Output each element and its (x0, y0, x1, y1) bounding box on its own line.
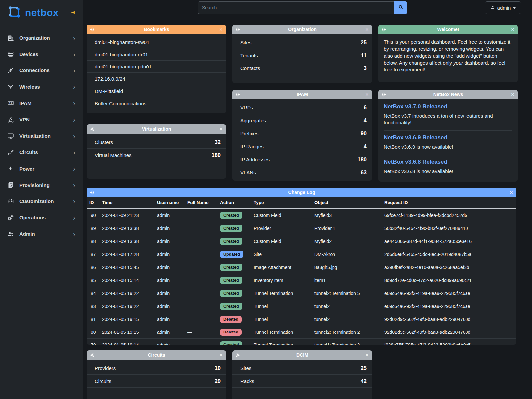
change-object[interactable]: 8a3gh5.jpg (312, 261, 382, 274)
sidebar-item[interactable]: Organization › (0, 30, 83, 46)
change-time[interactable]: 2024-01-08 17:28 (99, 248, 154, 261)
gear-icon[interactable] (90, 353, 95, 357)
gear-icon[interactable] (90, 127, 95, 131)
change-id[interactable]: 80 (87, 326, 99, 339)
change-object[interactable]: tunnel2 (312, 300, 382, 313)
stat-value[interactable]: 90 (361, 130, 367, 137)
change-object[interactable]: tunnel2: Termination 2 (312, 326, 382, 339)
close-icon[interactable]: × (363, 92, 369, 97)
stat-label[interactable]: VLANs (240, 170, 256, 175)
change-id[interactable]: 84 (87, 287, 99, 300)
stat-value[interactable]: 6 (364, 104, 367, 111)
gear-icon[interactable] (90, 190, 95, 195)
change-id[interactable]: 83 (87, 300, 99, 313)
sidebar-item[interactable]: Virtualization › (0, 128, 83, 144)
gear-icon[interactable] (382, 92, 387, 97)
change-id[interactable]: 79 (87, 339, 99, 345)
gear-icon[interactable] (236, 353, 241, 357)
change-object[interactable]: Myfield2 (312, 235, 382, 248)
change-id[interactable]: 85 (87, 274, 99, 287)
close-icon[interactable]: × (363, 27, 369, 32)
netbox-brand[interactable]: netbox (0, 0, 83, 23)
change-request-id[interactable]: 69fce7cf-1139-4d99-bfea-f3dcbd2452d6 (382, 209, 516, 222)
change-id[interactable]: 88 (87, 235, 99, 248)
close-icon[interactable]: × (508, 190, 513, 195)
stat-value[interactable]: 180 (211, 152, 221, 158)
change-time[interactable]: 2024-01-09 13:38 (99, 222, 154, 235)
stat-label[interactable]: Sites (240, 365, 251, 371)
sidebar-item[interactable]: Provisioning › (0, 177, 83, 193)
pin-icon[interactable] (71, 10, 77, 17)
change-request-id[interactable]: e09c64a6-93f3-419a-8ea9-229585f7c6ae (382, 287, 516, 300)
change-time[interactable]: 2024-01-05 19:14 (99, 339, 154, 345)
gear-icon[interactable] (90, 27, 95, 32)
change-object[interactable]: DM-Akron (312, 248, 382, 261)
change-request-id[interactable]: 92d02d9c-562f-49f0-baa8-adb22904760d (382, 326, 516, 339)
stat-label[interactable]: VRFs (240, 105, 253, 110)
stat-label[interactable]: IP Addresses (240, 157, 270, 162)
bookmark-item[interactable]: 172.16.0.9/24 (87, 73, 226, 85)
stat-label[interactable]: Prefixes (240, 131, 258, 136)
change-object[interactable]: tunnel2 (312, 313, 382, 326)
sidebar-item[interactable]: Wireless › (0, 79, 83, 95)
change-object[interactable]: tunnel1: Termination 3 (312, 339, 382, 345)
stat-label[interactable]: IP Ranges (240, 144, 264, 149)
stat-label[interactable]: Sites (240, 40, 251, 45)
stat-label[interactable]: Virtual Machines (95, 152, 132, 158)
close-icon[interactable]: × (217, 126, 223, 132)
stat-value[interactable]: 4 (364, 143, 367, 150)
change-time[interactable]: 2024-01-09 21:23 (99, 209, 154, 222)
sidebar-item[interactable]: 12 IPAM › (0, 95, 83, 111)
stat-label[interactable]: Racks (240, 378, 254, 384)
change-id[interactable]: 86 (87, 261, 99, 274)
sidebar-item[interactable]: Power › (0, 161, 83, 177)
close-icon[interactable]: × (217, 27, 223, 32)
stat-label[interactable]: Clusters (95, 139, 113, 145)
change-id[interactable]: 89 (87, 222, 99, 235)
change-time[interactable]: 2024-01-09 13:38 (99, 235, 154, 248)
gear-icon[interactable] (236, 27, 241, 32)
change-request-id[interactable]: 8d9cd72e-cd0c-47c2-a620-dc899a690c21 (382, 274, 516, 287)
close-icon[interactable]: × (363, 352, 369, 358)
bookmark-item[interactable]: Butler Communications (87, 97, 226, 110)
change-time[interactable]: 2024-01-05 19:22 (99, 287, 154, 300)
sidebar-item[interactable]: VPN › (0, 111, 83, 128)
change-request-id[interactable]: 2d6d6e8f-5465-45dc-8ec3-2019d4087b5a (382, 248, 516, 261)
stat-value[interactable]: 32 (215, 139, 221, 145)
stat-label[interactable]: Contacts (240, 66, 260, 71)
change-time[interactable]: 2024-01-08 15:45 (99, 261, 154, 274)
close-icon[interactable]: × (509, 27, 514, 32)
change-object[interactable]: Provider 1 (312, 222, 382, 235)
sidebar-item[interactable]: Operations › (0, 209, 83, 226)
change-request-id[interactable]: 50b32f40-5464-4f9c-b83f-0ef270489410 (382, 222, 516, 235)
stat-label[interactable]: Tenants (240, 53, 258, 58)
stat-label[interactable]: Circuits (95, 378, 111, 384)
stat-value[interactable]: 4 (364, 117, 367, 124)
change-time[interactable]: 2024-01-05 19:22 (99, 300, 154, 313)
stat-value[interactable]: 11 (361, 52, 367, 59)
stat-value[interactable]: 29 (215, 378, 221, 384)
change-id[interactable]: 87 (87, 248, 99, 261)
change-time[interactable]: 2024-01-05 19:15 (99, 313, 154, 326)
change-time[interactable]: 2024-01-05 19:15 (99, 326, 154, 339)
stat-label[interactable]: Providers (95, 365, 116, 371)
change-object[interactable]: tunnel2: Termination 5 (312, 287, 382, 300)
sidebar-item[interactable]: Circuits › (0, 144, 83, 160)
search-input[interactable] (198, 1, 394, 14)
news-link[interactable]: NetBox v3.6.9 Released (384, 134, 447, 141)
stat-value[interactable]: 3 (364, 65, 367, 71)
change-request-id[interactable]: ae445066-387d-44f1-9084-572a05ce3e16 (382, 235, 516, 248)
gear-icon[interactable] (236, 92, 241, 97)
change-request-id[interactable]: a390fbef-2a82-4e10-aa0a-3c268aa5ef3b (382, 261, 516, 274)
change-request-id[interactable]: e09c64a6-93f3-419a-8ea9-229585f7c6ae (382, 300, 516, 313)
stat-label[interactable]: Aggregates (240, 118, 266, 123)
stat-value[interactable]: 10 (215, 365, 221, 371)
gear-icon[interactable] (382, 27, 387, 32)
sidebar-item[interactable]: Devices › (0, 46, 83, 62)
sidebar-item[interactable]: Admin › (0, 226, 83, 242)
stat-value[interactable]: 25 (361, 39, 367, 46)
bookmark-item[interactable]: DM-Pittsfield (87, 85, 226, 97)
stat-value[interactable]: 42 (361, 378, 367, 384)
bookmark-item[interactable]: dmi01-binghamton-sw01 (87, 36, 226, 48)
change-request-id[interactable]: 92d02d9c-562f-49f0-baa8-adb22904760d (382, 313, 516, 326)
